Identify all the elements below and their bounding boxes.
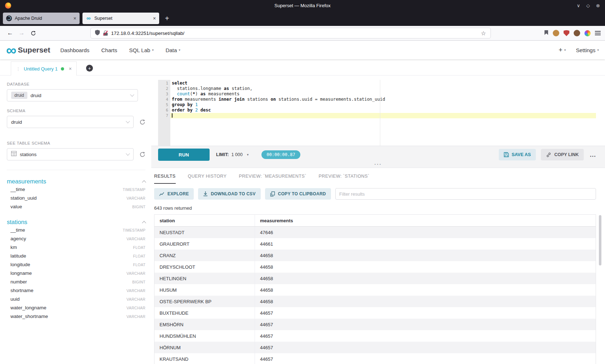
table-heading-measurements[interactable]: measurements [7,178,145,185]
sqllab-sidebar: DATABASE druid druid SCHEMA druid SEE TA… [0,76,151,364]
database-value: druid [31,93,127,98]
limit-value: 1 000 [231,152,242,157]
forward-button[interactable] [16,28,27,38]
ublock-icon[interactable] [564,30,569,36]
editor-code[interactable]: select stations.longname as station, cou… [170,80,596,146]
code-token: group by [172,102,193,107]
pane-splitter[interactable] [151,161,605,168]
column-type: VARCHAR [126,271,145,276]
column-row: valueBIGINT [7,202,145,211]
table-cell: 44657 [255,330,596,342]
filter-results-input[interactable] [335,188,596,200]
back-button[interactable] [4,28,16,38]
editor-gutter: 1234567 [158,80,170,146]
nav-dashboards[interactable]: Dashboards [60,47,89,53]
query-tab[interactable]: Untitled Query 1 [11,62,77,76]
code-token: * [193,91,195,96]
column-type: VARCHAR [126,314,145,319]
download-csv-button[interactable]: DOWNLOAD TO CSV [198,188,260,200]
column-row: station_uuidVARCHAR [7,194,145,202]
query-tab-close-icon[interactable] [69,66,72,72]
query-timer-badge: 00:00:00.87 [261,150,300,159]
settings-menu[interactable]: Settings [576,47,599,53]
schema-select[interactable]: druid [7,116,134,128]
table-select[interactable]: stations [7,148,134,160]
menu-icon[interactable] [595,31,601,35]
nav-sql-lab[interactable]: SQL Lab [129,47,153,53]
bookmark-save-icon[interactable] [544,30,548,37]
column-header[interactable]: station [154,215,255,226]
insecure-lock-icon[interactable] [103,31,108,36]
new-tab-button[interactable] [165,14,169,23]
table-cell: GRAUERORT [154,238,255,250]
copy-link-button[interactable]: COPY LINK [541,149,584,160]
nav-charts[interactable]: Charts [101,47,117,53]
more-options-button[interactable] [590,151,596,159]
refresh-schema-icon[interactable] [139,119,145,125]
results-tab-1[interactable]: QUERY HISTORY [188,174,227,184]
results-tab-0[interactable]: RESULTS [154,174,176,184]
code-token: measurements [182,97,219,102]
run-button[interactable]: RUN [158,149,210,161]
column-name: __time [10,187,25,192]
code-token [193,108,195,113]
table-cell: DREYSCHLOOT [154,261,255,273]
table-row: KRAUTSAND44657 [154,353,596,364]
window-close-icon[interactable] [596,3,600,8]
table-row: GRAUERORT44661 [154,238,596,250]
tab-close-icon[interactable] [153,16,156,21]
collapse-chevron-icon[interactable] [142,180,146,184]
download-csv-label: DOWNLOAD TO CSV [211,191,255,196]
line-number: 1 [158,81,168,86]
column-header[interactable]: measurements [255,215,596,226]
window-title: Superset — Mozilla Firefox [0,3,605,8]
database-select[interactable]: druid druid [7,89,138,101]
line-number: 4 [158,97,168,102]
table-cell: 44658 [255,273,596,284]
reload-button[interactable] [27,28,39,38]
results-tab-2[interactable]: PREVIEW: `MEASUREMENTS` [239,174,306,184]
results-scrollbar[interactable] [599,215,601,265]
line-number: 6 [158,108,168,113]
database-badge: druid [11,92,27,99]
url-bar[interactable]: 172.18.0.4:32251/superset/sqllab/ [90,28,491,38]
table-cell: EMSHÖRN [154,319,255,330]
collapse-chevron-icon[interactable] [142,221,146,225]
results-panel: RESULTSQUERY HISTORYPREVIEW: `MEASUREMEN… [151,168,605,364]
bookmark-star-icon[interactable] [481,30,486,37]
browser-tab-superset[interactable]: Superset [82,13,159,24]
extension-avatar-icon[interactable] [574,30,580,36]
database-label: DATABASE [7,82,145,86]
new-item-button[interactable] [559,46,566,54]
explore-button[interactable]: EXPLORE [154,188,194,200]
refresh-table-icon[interactable] [139,151,145,158]
superset-brand[interactable]: Superset [18,46,50,54]
superset-logo[interactable] [6,45,16,55]
firefox-icon[interactable] [5,3,11,9]
browser-tab-apache-druid[interactable]: Apache Druid [3,13,80,24]
window-maximize-icon[interactable] [586,3,590,8]
column-name: station_uuid [10,195,37,201]
url-text[interactable]: 172.18.0.4:32251/superset/sqllab/ [111,31,478,36]
shield-icon[interactable] [95,30,100,37]
add-query-tab-button[interactable] [86,65,93,72]
chevron-down-icon [597,48,599,52]
nav-data[interactable]: Data [166,47,180,53]
tab-close-icon[interactable] [73,16,76,21]
save-as-button[interactable]: SAVE AS [499,149,536,160]
column-name: agency [10,236,26,241]
table-cell: 44657 [255,319,596,330]
line-number: 5 [158,102,168,108]
window-minimize-icon[interactable] [577,3,581,8]
extension-monkey-icon[interactable] [553,30,559,36]
limit-dropdown[interactable]: LIMIT: 1 000 [216,152,248,157]
copy-clipboard-button[interactable]: COPY TO CLIPBOARD [265,188,331,200]
table-heading-stations[interactable]: stations [7,219,145,226]
column-row: shortnameVARCHAR [7,286,145,295]
column-name: water_longname [10,305,46,310]
sql-editor[interactable]: 1234567 select stations.longname as stat… [158,80,596,146]
table-row: HUNDSMÜHLEN44657 [154,330,596,342]
results-tab-3[interactable]: PREVIEW: `STATIONS` [319,174,369,184]
drag-handle-icon[interactable] [16,66,21,72]
extension-pinwheel-icon[interactable] [584,30,591,36]
